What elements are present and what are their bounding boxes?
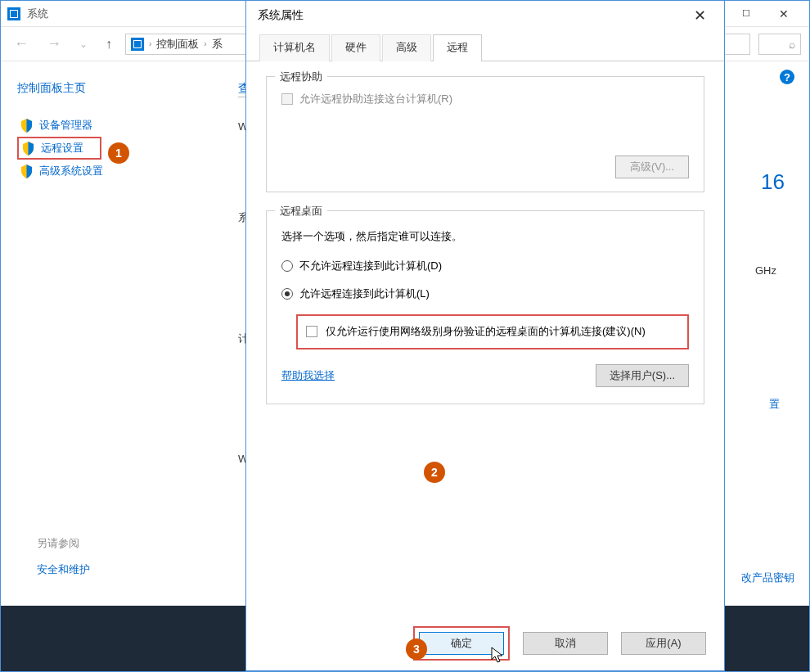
tab-hardware[interactable]: 硬件 — [331, 34, 380, 61]
sidebar: 控制面板主页 设备管理器 远程设置 高级系统设置 — [1, 61, 214, 606]
sidebar-item-label: 远程设置 — [41, 141, 83, 156]
maximize-button[interactable]: ☐ — [727, 1, 765, 27]
nav-history-icon[interactable]: ⌄ — [74, 38, 92, 50]
right-text-fragment: 置 — [769, 397, 780, 412]
group-legend: 远程桌面 — [275, 204, 327, 219]
right-text-fragment: GHz — [755, 264, 776, 277]
radio-icon — [281, 288, 293, 300]
sidebar-heading: 控制面板主页 — [17, 81, 197, 96]
advanced-button[interactable]: 高级(V)... — [615, 156, 689, 178]
sidebar-item-device-mgr[interactable]: 设备管理器 — [17, 114, 197, 137]
shield-icon — [20, 119, 33, 133]
rd-caption: 选择一个选项，然后指定谁可以连接。 — [281, 229, 689, 244]
search-icon: ⌕ — [789, 38, 795, 51]
radio-deny-remote[interactable]: 不允许远程连接到此计算机(D) — [281, 259, 689, 273]
annotation-marker-1: 1 — [108, 142, 129, 164]
remote-desktop-group: 远程桌面 选择一个选项，然后指定谁可以连接。 不允许远程连接到此计算机(D) 允… — [266, 210, 704, 404]
close-button[interactable]: ✕ — [765, 1, 803, 27]
breadcrumb-item[interactable]: 控制面板 — [156, 37, 199, 52]
nla-checkbox-row[interactable]: 仅允许运行使用网络级别身份验证的远程桌面的计算机连接(建议)(N) — [296, 314, 689, 350]
select-users-button[interactable]: 选择用户(S)... — [596, 364, 689, 387]
breadcrumb-sep: › — [204, 39, 206, 48]
tab-remote[interactable]: 远程 — [433, 34, 482, 61]
dialog-titlebar: 系统属性 ✕ — [246, 1, 724, 30]
radio-icon — [281, 260, 293, 272]
see-also-label: 另请参阅 — [37, 536, 90, 551]
checkbox-icon — [306, 326, 317, 337]
sidebar-item-remote-settings[interactable]: 远程设置 — [17, 137, 101, 160]
nav-forward-icon[interactable]: → — [42, 35, 66, 52]
dialog-content: 远程协助 允许远程协助连接这台计算机(R) 高级(V)... 远程桌面 选择一个… — [246, 61, 724, 621]
shield-icon — [22, 142, 34, 156]
address-icon — [131, 38, 144, 51]
checkbox-icon — [281, 93, 293, 105]
tab-advanced[interactable]: 高级 — [382, 34, 431, 61]
breadcrumb-item[interactable]: 系 — [212, 37, 223, 52]
sidebar-item-label: 设备管理器 — [39, 118, 92, 133]
dialog-close-button[interactable]: ✕ — [687, 3, 713, 28]
window-title: 系统 — [27, 7, 48, 21]
nav-back-icon[interactable]: ← — [9, 35, 34, 52]
checkbox-label: 允许远程协助连接这台计算机(R) — [299, 92, 452, 106]
see-also: 另请参阅 安全和维护 — [37, 536, 90, 577]
ok-highlight-box: 确定 — [413, 626, 510, 661]
system-icon — [7, 7, 20, 20]
sidebar-item-advanced[interactable]: 高级系统设置 — [17, 160, 197, 183]
dialog-tabs: 计算机名 硬件 高级 远程 — [246, 34, 724, 61]
ok-button[interactable]: 确定 — [419, 632, 504, 655]
system-properties-dialog: 系统属性 ✕ 计算机名 硬件 高级 远程 远程协助 允许远程协助连接这台计算机(… — [245, 0, 725, 671]
radio-label: 允许远程连接到此计算机(L) — [299, 286, 430, 301]
see-also-link[interactable]: 安全和维护 — [37, 562, 90, 577]
shield-icon — [20, 165, 33, 178]
breadcrumb-sep: › — [149, 39, 151, 48]
remote-assistance-group: 远程协助 允许远程协助连接这台计算机(R) 高级(V)... — [266, 76, 704, 192]
cancel-button[interactable]: 取消 — [523, 632, 608, 655]
dialog-footer: 确定 取消 应用(A) — [246, 621, 724, 670]
search-box[interactable]: ⌕ — [758, 34, 801, 55]
help-icon[interactable]: ? — [780, 70, 794, 84]
right-text-fragment: 16 — [761, 169, 785, 195]
apply-button[interactable]: 应用(A) — [621, 632, 706, 655]
tab-computer-name[interactable]: 计算机名 — [259, 34, 330, 61]
annotation-marker-3: 3 — [406, 638, 427, 660]
right-text-fragment[interactable]: 改产品密钥 — [741, 571, 794, 585]
group-legend: 远程协助 — [275, 70, 327, 84]
help-me-choose-link[interactable]: 帮助我选择 — [281, 368, 335, 383]
radio-allow-remote[interactable]: 允许远程连接到此计算机(L) — [281, 286, 689, 301]
nav-up-icon[interactable]: ↑ — [101, 37, 117, 52]
radio-label: 不允许远程连接到此计算机(D) — [299, 259, 442, 273]
annotation-marker-2: 2 — [424, 462, 445, 483]
checkbox-label: 仅允许运行使用网络级别身份验证的远程桌面的计算机连接(建议)(N) — [326, 324, 646, 340]
sidebar-item-label: 高级系统设置 — [39, 164, 103, 178]
dialog-title: 系统属性 — [258, 8, 304, 23]
allow-assist-checkbox-row[interactable]: 允许远程协助连接这台计算机(R) — [281, 92, 689, 106]
